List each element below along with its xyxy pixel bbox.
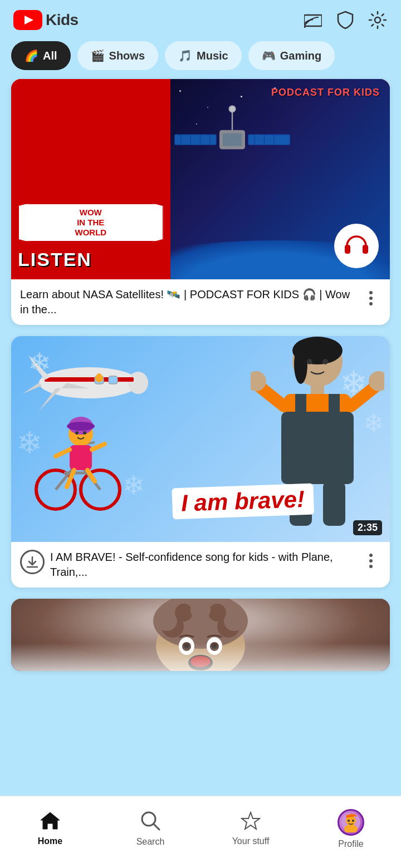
svg-rect-58: [281, 412, 354, 484]
card-info-1: I AM BRAVE! - Self-confidence song for k…: [11, 542, 390, 588]
cast-button[interactable]: [303, 10, 323, 30]
tab-shows[interactable]: 🎬 Shows: [77, 41, 158, 70]
bottom-nav: Home Search Your stuff: [0, 796, 401, 868]
svg-rect-18: [345, 245, 350, 254]
nav-home[interactable]: Home: [0, 796, 100, 868]
nav-profile[interactable]: Profile: [301, 796, 401, 868]
nav-search[interactable]: Search: [100, 796, 200, 868]
svg-point-77: [224, 611, 244, 631]
header-actions: [303, 10, 388, 30]
headphones-badge: [334, 224, 379, 268]
bike-character: [33, 401, 123, 514]
svg-marker-30: [22, 383, 42, 394]
svg-point-21: [369, 297, 373, 300]
card-info-0: Learn about NASA Satellites! 🛰️ | PODCAS…: [11, 279, 390, 325]
video-feed: WOWIN THEWORLD LISTEN: [0, 79, 401, 671]
video-title-0: Learn about NASA Satellites! 🛰️ | PODCAS…: [20, 287, 361, 317]
thumbnail-0: WOWIN THEWORLD LISTEN: [11, 79, 390, 279]
card-info-left-1: I AM BRAVE! - Self-confidence song for k…: [20, 550, 361, 580]
svg-rect-56: [311, 384, 324, 395]
nav-your-stuff-label: Your stuff: [232, 836, 270, 846]
svg-point-54: [307, 359, 312, 364]
svg-line-48: [92, 444, 105, 450]
star-icon: [241, 811, 261, 833]
svg-line-47: [56, 450, 70, 456]
brave-text: I am brave!: [172, 486, 314, 517]
thumbnail-1: ❄ ❄ ❄ ❄ ❄: [11, 336, 390, 542]
video-title-1: I AM BRAVE! - Self-confidence song for k…: [50, 550, 361, 580]
svg-rect-66: [323, 481, 345, 526]
podcast-banner: PODCAST FOR KIDS: [261, 79, 390, 106]
video-card-0[interactable]: WOWIN THEWORLD LISTEN: [11, 79, 390, 325]
tab-gaming-label: Gaming: [280, 50, 321, 62]
category-tabs: 🌈 All 🎬 Shows 🎵 Music 🎮 Gaming: [0, 37, 401, 79]
nav-search-label: Search: [136, 837, 165, 847]
svg-rect-59: [295, 394, 306, 422]
svg-point-53: [294, 345, 307, 384]
svg-point-69: [369, 554, 373, 557]
tab-gaming[interactable]: 🎮 Gaming: [248, 41, 335, 70]
svg-point-79: [208, 604, 226, 622]
satellite-graphic: [168, 101, 296, 178]
youtube-logo: [13, 10, 42, 30]
svg-point-70: [369, 559, 373, 563]
svg-marker-92: [242, 812, 260, 829]
svg-point-20: [369, 291, 373, 294]
thumbnail-2: [11, 599, 390, 671]
svg-point-44: [75, 431, 79, 435]
nav-your-stuff[interactable]: Your stuff: [200, 796, 301, 868]
svg-point-32: [96, 373, 102, 379]
video-card-1[interactable]: ❄ ❄ ❄ ❄ ❄: [11, 336, 390, 588]
svg-marker-29: [28, 355, 50, 380]
svg-point-43: [67, 422, 95, 431]
svg-point-22: [369, 302, 373, 305]
logo: Kids: [13, 10, 79, 30]
tab-all-label: All: [43, 50, 57, 62]
svg-rect-19: [363, 245, 368, 254]
svg-rect-25: [45, 377, 134, 382]
svg-rect-6: [223, 134, 242, 146]
listen-label: LISTEN: [18, 249, 164, 270]
more-options-0[interactable]: [361, 288, 381, 308]
more-options-1[interactable]: [361, 551, 381, 571]
svg-point-76: [157, 611, 177, 631]
svg-rect-27: [109, 376, 118, 384]
wow-badge: WOWIN THEWORLD: [18, 203, 164, 242]
svg-point-45: [83, 431, 86, 435]
tab-all[interactable]: 🌈 All: [11, 41, 71, 70]
settings-button[interactable]: [368, 10, 388, 30]
music-icon: 🎵: [178, 49, 192, 62]
nav-home-label: Home: [38, 836, 62, 846]
svg-rect-60: [329, 394, 340, 422]
tab-music[interactable]: 🎵 Music: [165, 41, 242, 70]
svg-rect-2: [304, 15, 322, 26]
shield-button[interactable]: [335, 10, 355, 30]
svg-marker-89: [41, 812, 60, 829]
tab-shows-label: Shows: [109, 50, 145, 62]
svg-point-4: [375, 17, 380, 23]
svg-point-17: [229, 106, 236, 112]
all-icon: 🌈: [25, 49, 38, 62]
svg-point-55: [322, 359, 328, 364]
download-button-1[interactable]: [20, 550, 45, 574]
home-icon: [40, 811, 61, 833]
svg-point-80: [190, 600, 211, 620]
profile-avatar: [338, 809, 364, 836]
svg-point-97: [352, 820, 354, 822]
svg-point-71: [369, 565, 373, 568]
header: Kids: [0, 0, 401, 37]
svg-point-96: [348, 820, 350, 822]
svg-rect-46: [70, 445, 92, 470]
card-info-left-0: Learn about NASA Satellites! 🛰️ | PODCAS…: [20, 287, 361, 317]
tab-music-label: Music: [197, 50, 228, 62]
search-icon: [140, 811, 160, 834]
svg-point-24: [128, 372, 148, 394]
gaming-icon: 🎮: [262, 49, 276, 62]
svg-point-78: [175, 604, 193, 622]
kids-label: Kids: [46, 11, 79, 29]
svg-line-91: [154, 824, 159, 830]
shows-icon: 🎬: [91, 49, 105, 62]
video-card-2[interactable]: [11, 599, 390, 671]
nav-profile-label: Profile: [338, 839, 363, 849]
